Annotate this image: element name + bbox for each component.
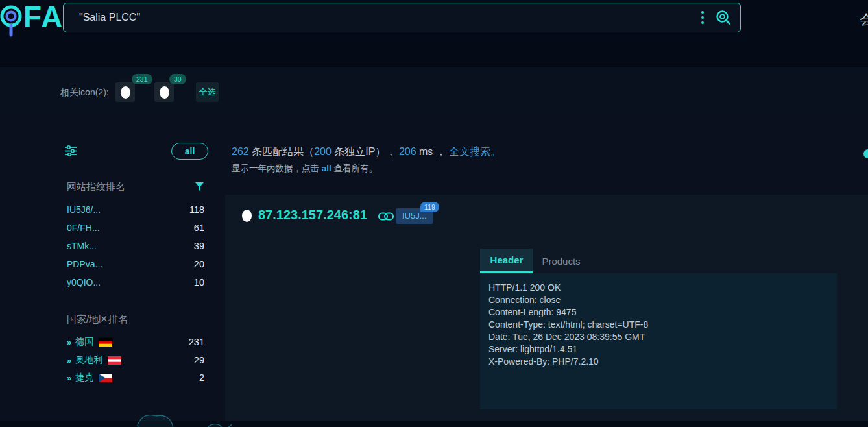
country-name: 奥地利	[75, 354, 102, 366]
logo-letter: A	[41, 0, 62, 34]
related-favicon-2-count-badge: 30	[169, 74, 186, 84]
fingerprint-ranking-title: 网站指纹排名	[67, 181, 125, 193]
result-card: 87.123.157.246:81 IU5J... 119 Home 87.12…	[225, 195, 868, 421]
country-name: 捷克	[75, 372, 93, 384]
chevron-right-icon: »	[67, 337, 70, 347]
fofa-logo[interactable]: F F A	[0, 0, 62, 38]
fingerprint-row[interactable]: 0F/FH... 61	[67, 221, 204, 234]
all-link[interactable]: all	[322, 164, 332, 173]
summary-text: 条独立IP），	[332, 146, 399, 157]
fingerprint-count: 20	[194, 259, 204, 269]
search-bar	[63, 3, 741, 32]
note-text: 显示一年内数据，点击	[232, 164, 322, 173]
fingerprint-label: y0QIO...	[67, 277, 101, 287]
favicon-oval	[160, 86, 169, 99]
fingerprint-row[interactable]: PDPva... 20	[67, 258, 204, 271]
external-link-icon[interactable]	[378, 212, 394, 221]
card-tabs: Header Products	[480, 249, 589, 273]
fingerprint-badge-count: 119	[420, 202, 439, 212]
fofa-search-page: F F A 会 相关icon(2): 231 30 全选	[0, 0, 868, 427]
world-map-graphic	[40, 387, 232, 427]
favicon-oval	[121, 86, 130, 99]
flag-czech-icon	[99, 374, 112, 382]
tab-header[interactable]: Header	[480, 249, 533, 273]
logo-letter: F	[23, 0, 41, 34]
http-header-line: Date: Tue, 26 Dec 2023 08:39:55 GMT	[488, 331, 837, 343]
country-count: 29	[194, 355, 204, 365]
http-header-panel[interactable]: HTTP/1.1 200 OK Connection: close Conten…	[480, 273, 837, 409]
flag-germany-icon	[99, 338, 112, 347]
select-all-button[interactable]: 全选	[196, 82, 219, 102]
country-count: 2	[199, 372, 204, 383]
chevron-right-icon: »	[67, 356, 70, 365]
nav-member-partial[interactable]: 会	[860, 10, 868, 29]
note-text: 查看所有。	[332, 164, 378, 173]
query-time: 206	[399, 146, 416, 157]
all-filter-button[interactable]: all	[171, 143, 208, 160]
fingerprint-count: 39	[194, 241, 204, 251]
http-header-line: Server: lighttpd/1.4.51	[488, 343, 837, 356]
http-header-line: Content-Type: text/html; charset=UTF-8	[488, 319, 837, 331]
fingerprint-row[interactable]: IU5J6/... 118	[67, 203, 204, 216]
http-header-line: HTTP/1.1 200 OK	[488, 282, 837, 294]
search-icon	[716, 10, 731, 25]
country-row-germany[interactable]: » 德国 231	[67, 336, 204, 348]
http-header-line: Content-Length: 9475	[488, 306, 837, 319]
result-favicon	[242, 210, 252, 222]
country-row-austria[interactable]: » 奥地利 29	[67, 354, 204, 367]
related-icons-label: 相关icon(2):	[60, 87, 109, 99]
results-summary: 262 条匹配结果（200 条独立IP）， 206 ms ， 全文搜索。	[232, 145, 501, 159]
country-ranking-title: 国家/地区排名	[67, 313, 128, 326]
fingerprint-row[interactable]: y0QIO... 10	[67, 276, 204, 289]
fingerprint-label: IU5J6/...	[67, 204, 101, 215]
flag-austria-icon	[108, 356, 121, 365]
filter-sliders-icon[interactable]	[65, 145, 77, 156]
match-count: 262	[232, 146, 249, 157]
tab-products[interactable]: Products	[533, 249, 589, 273]
search-input[interactable]	[64, 12, 701, 23]
results-note: 显示一年内数据，点击 all 查看所有。	[232, 163, 378, 175]
related-favicon-2[interactable]	[154, 82, 174, 102]
result-ip-link[interactable]: 87.123.157.246:81	[258, 208, 367, 223]
fingerprint-count: 10	[194, 277, 204, 287]
country-count: 231	[189, 337, 204, 347]
http-header-line: X-Powered-By: PHP/7.2.10	[488, 356, 837, 368]
search-submit-button[interactable]	[716, 10, 731, 25]
fingerprint-label: 0F/FH...	[67, 223, 100, 233]
fulltext-search-link[interactable]: 全文搜索。	[449, 146, 501, 157]
country-row-czech[interactable]: » 捷克 2	[67, 371, 204, 384]
fingerprint-label: PDPva...	[67, 259, 102, 269]
logo-magnifier-icon	[0, 3, 23, 38]
summary-text: 条匹配结果（	[249, 146, 314, 157]
search-options-kebab-icon[interactable]	[701, 11, 704, 24]
floating-action-button[interactable]	[863, 149, 868, 158]
http-header-line: Connection: close	[488, 294, 837, 306]
fingerprint-row[interactable]: sTMk... 39	[67, 239, 204, 252]
chevron-right-icon: »	[67, 373, 70, 383]
fingerprint-count: 118	[189, 204, 204, 215]
related-favicon-1[interactable]	[115, 82, 135, 102]
summary-text: ms ，	[416, 146, 450, 157]
fingerprint-count: 61	[194, 223, 204, 233]
world-map[interactable]	[40, 387, 232, 427]
unique-ip-count: 200	[314, 146, 332, 157]
country-name: 德国	[75, 336, 93, 348]
fingerprint-label: sTMk...	[67, 241, 97, 251]
related-favicon-1-count-badge: 231	[132, 74, 152, 84]
funnel-filter-icon[interactable]	[195, 182, 204, 191]
